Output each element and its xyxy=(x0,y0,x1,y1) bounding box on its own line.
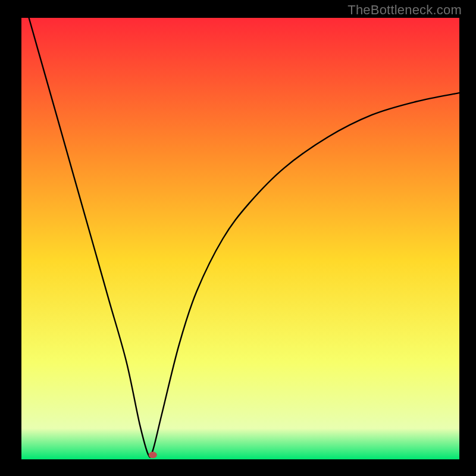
plot-area xyxy=(21,18,459,459)
chart-frame: TheBottleneck.com xyxy=(0,0,476,476)
watermark-label: TheBottleneck.com xyxy=(347,2,462,18)
chart-svg xyxy=(0,0,476,476)
optimal-point-marker xyxy=(149,452,157,458)
